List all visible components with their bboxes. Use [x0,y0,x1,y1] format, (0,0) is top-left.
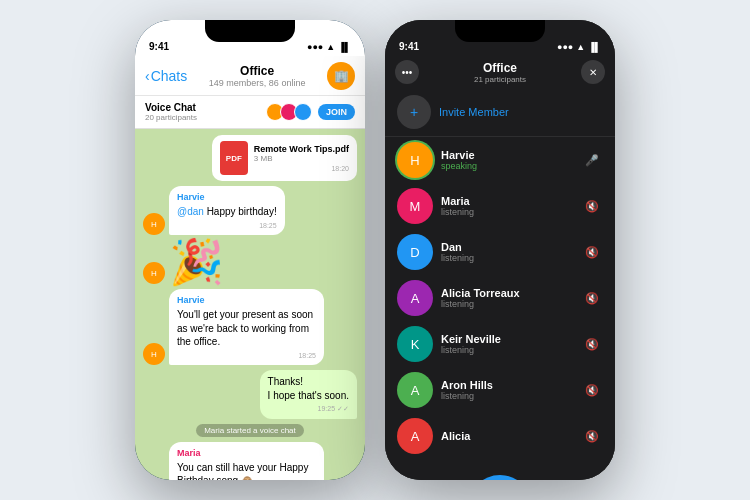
name-harvie: Harvie [441,149,573,161]
harvie-avatar-2: H [143,343,165,365]
msg-row-4: M Maria You can still have your Happy Bi… [143,442,357,480]
chat-subtitle: 149 members, 86 online [187,78,327,88]
invite-label: Invite Member [439,106,509,118]
mic-aron: 🔇 [581,379,603,401]
status-harvie: speaking [441,161,573,171]
voice-chat-screen: ••• Office 21 participants ✕ + Invite Me… [385,56,615,480]
vc-more-button[interactable]: ••• [395,60,419,84]
wifi-icon: ▲ [326,42,335,52]
file-size: 3 MB [254,154,349,163]
info-keir: Keir Neville listening [441,333,573,355]
join-button[interactable]: JOIN [318,104,355,120]
info-dan: Dan listening [441,241,573,263]
mic-keir: 🔇 [581,333,603,355]
bubble-4: Maria You can still have your Happy Birt… [169,442,324,480]
file-time: 18:20 [254,165,349,172]
signal-icon-r: ●●● [557,42,573,52]
status-keir: listening [441,345,573,355]
mic-maria: 🔇 [581,195,603,217]
left-phone: 9:41 ●●● ▲ ▐▌ ‹ Chats Office 149 members… [135,20,365,480]
avatar-dan: D [397,234,433,270]
participant-keir: K Keir Neville listening 🔇 [385,321,615,367]
participant-alicia-t: A Alicia Torreaux listening 🔇 [385,275,615,321]
sender-4: Maria [177,447,316,459]
voice-chat-banner: Voice Chat 20 participants JOIN [135,96,365,129]
sticker-avatar: H [143,262,165,284]
avatar-harvie: H [397,142,433,178]
time-left: 9:41 [149,41,169,52]
mic-alicia: 🔇 [581,425,603,447]
file-message[interactable]: PDF Remote Work Tips.pdf 3 MB 18:20 [212,135,357,181]
name-alicia-t: Alicia Torreaux [441,287,573,299]
msg-text-1: Happy birthday! [207,206,277,217]
vc-close-button[interactable]: ✕ [581,60,605,84]
voice-avatar-3 [294,103,312,121]
avatar-alicia: A [397,418,433,454]
voice-chat-label: Voice Chat [145,102,260,113]
status-icons-left: ●●● ▲ ▐▌ [307,42,351,52]
msg-row-1: H Harvie @dan Happy birthday! 18:25 [143,186,357,235]
battery-icon: ▐▌ [338,42,351,52]
invite-member-row[interactable]: + Invite Member [385,88,615,137]
status-maria: listening [441,207,573,217]
vc-button-row: 🔊 🎤 📞 [406,475,594,480]
status-dan: listening [441,253,573,263]
battery-icon-r: ▐▌ [588,42,601,52]
system-msg-1: Maria started a voice chat [196,424,304,437]
voice-chat-sub: 20 participants [145,113,260,122]
nav-title-left: Office 149 members, 86 online [187,64,327,88]
info-harvie: Harvie speaking [441,149,573,171]
file-name: Remote Work Tips.pdf [254,144,349,154]
vc-controls: 🔊 🎤 📞 audio Unmute or hold and talk leav… [385,459,615,480]
vc-header: ••• Office 21 participants ✕ [385,56,615,88]
birthday-sticker: 🎉 [169,240,224,284]
back-button[interactable]: ‹ Chats [145,68,187,84]
vc-title-sub: 21 participants [423,75,577,84]
invite-icon: + [397,95,431,129]
participant-harvie: H Harvie speaking 🎤 [385,137,615,183]
bubble-2: Harvie You'll get your present as soon a… [169,289,324,365]
signal-icon: ●●● [307,42,323,52]
mention-tag: @dan [177,206,204,217]
name-alicia: Alicia [441,430,573,442]
notch [205,20,295,42]
mic-harvie: 🎤 [581,149,603,171]
participant-aron: A Aron Hills listening 🔇 [385,367,615,413]
status-aron: listening [441,391,573,401]
name-dan: Dan [441,241,573,253]
bubble-3: Thanks!I hope that's soon. 19:25 ✓✓ [260,370,357,418]
chevron-left-icon: ‹ [145,68,150,84]
avatar-maria: M [397,188,433,224]
chat-area: PDF Remote Work Tips.pdf 3 MB 18:20 H Ha… [135,129,365,480]
avatar-aron: A [397,372,433,408]
participant-maria: M Maria listening 🔇 [385,183,615,229]
status-icons-right: ●●● ▲ ▐▌ [557,42,601,52]
name-maria: Maria [441,195,573,207]
info-aron: Aron Hills listening [441,379,573,401]
wifi-icon-r: ▲ [576,42,585,52]
msg-text-3: Thanks!I hope that's soon. [268,376,349,401]
sender-2: Harvie [177,294,316,306]
info-alicia: Alicia [441,430,573,442]
info-alicia-t: Alicia Torreaux listening [441,287,573,309]
right-phone: 9:41 ●●● ▲ ▐▌ ••• Office 21 participants… [385,20,615,480]
nav-avatar[interactable]: 🏢 [327,62,355,90]
participant-dan: D Dan listening 🔇 [385,229,615,275]
avatar-alicia-t: A [397,280,433,316]
file-message-row: PDF Remote Work Tips.pdf 3 MB 18:20 [143,135,357,181]
vc-title: Office 21 participants [423,61,577,84]
name-keir: Keir Neville [441,333,573,345]
voice-avatars [266,103,312,121]
name-aron: Aron Hills [441,379,573,391]
participants-list: H Harvie speaking 🎤 M Maria listening 🔇 … [385,137,615,459]
back-label: Chats [151,68,188,84]
pdf-icon: PDF [220,141,248,175]
time-right: 9:41 [399,41,419,52]
msg-text-2: You'll get your present as soon as we're… [177,309,313,347]
time-1: 18:25 [177,221,277,230]
msg-text-4: You can still have your Happy Birthday s… [177,462,308,480]
mic-alicia-t: 🔇 [581,287,603,309]
sender-1: Harvie [177,191,277,203]
vc-title-main: Office [423,61,577,75]
mute-button[interactable]: 🎤 [468,475,532,480]
